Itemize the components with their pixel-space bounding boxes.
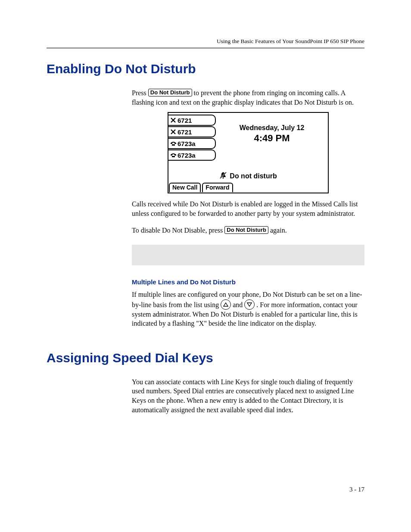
down-arrow-button-icon: [244, 299, 255, 310]
paragraph: You can associate contacts with Line Key…: [132, 377, 364, 414]
softkey-new-call: New Call: [169, 183, 201, 192]
line-key-2: 6721: [168, 126, 216, 137]
do-not-disturb-key-icon: Do Not Disturb: [224, 226, 268, 234]
text: To disable Do Not Disable, press: [132, 227, 224, 234]
line-label: 6723a: [177, 140, 196, 147]
paragraph: If multiple lines are configured on your…: [132, 290, 364, 328]
text: again.: [270, 227, 287, 234]
line-key-1: 6721: [168, 115, 216, 126]
paragraph: Calls received while Do Not Disturb is e…: [132, 199, 364, 218]
x-icon: [170, 118, 176, 123]
line-label: 6723a: [177, 152, 196, 159]
line-key-3: 6723a: [168, 138, 216, 149]
screen-date: Wednesday, July 12: [216, 124, 328, 132]
bell-slash-icon: [219, 171, 227, 181]
subsection-heading: Multiple Lines and Do Not Disturb: [132, 278, 364, 286]
screen-status-text: Do not disturb: [230, 172, 277, 180]
screen-time: 4:49 PM: [216, 133, 328, 144]
up-arrow-button-icon: [221, 299, 231, 310]
header-rule: [47, 47, 364, 49]
line-label: 6721: [177, 128, 192, 136]
paragraph: Press Do Not Disturb to prevent the phon…: [132, 88, 364, 107]
paragraph: To disable Do Not Disable, press Do Not …: [132, 226, 364, 235]
phone-screen-illustration: 6721 6721 6723a: [168, 112, 329, 193]
softkey-forward: Forward: [202, 183, 233, 192]
line-label: 6721: [177, 117, 192, 124]
phone-icon: [170, 141, 176, 146]
note-placeholder: [132, 245, 364, 265]
text: Press: [132, 89, 148, 96]
x-icon: [170, 129, 176, 134]
text: and: [233, 301, 244, 308]
svg-point-0: [223, 177, 224, 179]
phone-icon: [170, 153, 176, 158]
line-key-4: 6723a: [168, 149, 216, 161]
running-header: Using the Basic Features of Your SoundPo…: [47, 38, 364, 45]
do-not-disturb-key-icon: Do Not Disturb: [148, 89, 192, 96]
section-heading-dnd: Enabling Do Not Disturb: [47, 62, 364, 76]
page-number: 3 - 17: [349, 486, 364, 493]
section-heading-speed-dial: Assigning Speed Dial Keys: [47, 351, 364, 365]
